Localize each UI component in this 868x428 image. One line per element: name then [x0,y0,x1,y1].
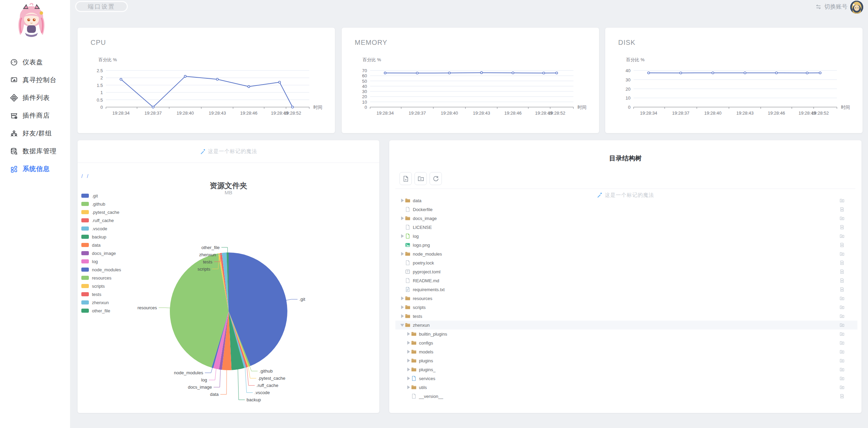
action-file-icon[interactable] [840,260,844,265]
action-folder-icon[interactable] [840,367,844,372]
svg-text:70: 70 [362,68,367,73]
tree-node-label: plugins_ [419,367,435,372]
tree-row-Dockerfile[interactable]: Dockerfile [395,205,857,214]
action-file-icon[interactable] [840,225,844,230]
tree-row-configs[interactable]: configs [395,338,857,347]
tree-row-services[interactable]: services [395,374,857,383]
tree-row-plugins[interactable]: plugins [395,356,857,365]
caret-right-icon[interactable] [406,358,411,363]
svg-text:60: 60 [362,73,367,78]
tree-row-scripts[interactable]: scripts [395,303,857,312]
tree-row-node_modules[interactable]: node_modules [395,249,857,258]
svg-text:30: 30 [362,89,367,94]
caret-right-icon[interactable] [406,367,411,372]
file-icon [405,260,410,265]
sidebar-item-数据库管理[interactable]: 数据库管理 [0,142,70,160]
tree-row-builtin_plugins[interactable]: builtin_plugins [395,329,857,338]
caret-down-icon[interactable] [399,322,405,328]
caret-right-icon[interactable] [406,349,411,354]
tree-row-logo.png[interactable]: logo.png [395,241,857,249]
pie-card-header: 这是一个标记的魔法 [78,140,379,163]
tree-row-pyproject.toml[interactable]: T pyproject.toml [395,267,857,276]
cpu-line-chart[interactable]: 00.511.522.5百分比 %19:28:3419:28:3719:28:4… [78,28,335,133]
action-folder-icon[interactable] [840,323,844,327]
caret-right-icon[interactable] [406,340,411,346]
action-folder-icon[interactable] [840,358,844,363]
action-file-icon[interactable] [840,278,844,283]
file-text-icon [405,287,410,292]
caret-right-icon[interactable] [406,376,411,381]
action-folder-icon[interactable] [840,305,844,310]
action-file-icon[interactable] [840,243,844,247]
svg-text:1.5: 1.5 [97,83,103,88]
svg-text:时间: 时间 [841,105,850,110]
sidebar-item-系统信息[interactable]: 系统信息 [0,160,70,178]
switch-account-button[interactable]: 切换账号 [815,3,847,11]
tree-row-zhenxun[interactable]: zhenxun [395,321,857,329]
caret-right-icon[interactable] [399,251,405,257]
tree-row-LICENSE[interactable]: LICENSE [395,223,857,232]
sidebar-item-插件列表[interactable]: 插件列表 [0,89,70,107]
action-folder-icon[interactable] [840,198,844,203]
refresh-button[interactable] [430,172,442,185]
magic-wand-icon [597,192,603,198]
tree-node-label: docs_image [413,216,437,221]
svg-text:40: 40 [362,84,367,89]
tree-row-docs_image[interactable]: docs_image [395,214,857,223]
action-folder-icon[interactable] [840,216,844,221]
tree-row-requirements.txt[interactable]: requirements.txt [395,285,857,294]
folder-icon [411,367,417,372]
action-folder-icon[interactable] [840,332,844,336]
caret-right-icon[interactable] [399,296,405,301]
action-folder-icon[interactable] [840,385,844,390]
tree-row-README.md[interactable]: README.md [395,276,857,285]
memory-line-chart[interactable]: 010203040506070百分比 %19:28:3419:28:3719:2… [342,28,599,133]
tree-row-__version__[interactable]: __version__ [395,392,857,401]
action-folder-icon[interactable] [840,376,844,381]
svg-text:百分比 %: 百分比 % [98,57,117,62]
action-folder-icon[interactable] [840,234,844,238]
tree-row-log[interactable]: log [395,232,857,241]
tree-row-tests[interactable]: tests [395,312,857,321]
tree-row-plugins_[interactable]: plugins_ [395,365,857,374]
tree-row-resources[interactable]: resources [395,294,857,303]
caret-right-icon[interactable] [399,198,405,203]
action-file-icon[interactable] [840,207,844,212]
disk-line-chart[interactable]: 010203040百分比 %19:28:3419:28:3719:28:4019… [605,28,863,133]
sidebar-item-插件商店[interactable]: 插件商店 [0,107,70,125]
sidebar-item-仪表盘[interactable]: 仪表盘 [0,53,70,71]
resource-pie-chart[interactable]: .git.github.pytest_cache.ruff_cache.vsco… [78,163,379,413]
sidebar-item-好友/群组[interactable]: 好友/群组 [0,125,70,142]
action-folder-icon[interactable] [840,349,844,354]
port-settings-button[interactable]: 端口设置 [75,1,128,12]
svg-text:scripts: scripts [198,267,211,272]
tree-indent [399,287,405,292]
action-folder-icon[interactable] [840,296,844,301]
user-avatar[interactable] [850,1,863,14]
sidebar-item-label: 好友/群组 [23,129,52,138]
caret-right-icon[interactable] [399,216,405,221]
caret-right-icon[interactable] [406,385,411,390]
caret-right-icon[interactable] [406,331,411,337]
tree-row-data[interactable]: data [395,198,857,205]
tree-row-poetry.lock[interactable]: poetry.lock [395,258,857,267]
action-file-icon[interactable] [840,394,844,399]
svg-text:百分比 %: 百分比 % [363,57,381,62]
caret-right-icon[interactable] [399,313,405,319]
svg-text:19:28:37: 19:28:37 [672,111,690,116]
new-folder-button[interactable] [415,172,427,185]
caret-right-icon[interactable] [399,233,405,239]
svg-text:backup: backup [247,397,261,402]
folder-icon [405,313,410,319]
tree-row-utils[interactable]: utils [395,383,857,392]
tree-row-models[interactable]: models [395,347,857,356]
action-folder-icon[interactable] [840,340,844,345]
sidebar-item-真寻控制台[interactable]: 真寻控制台 [0,71,70,89]
tree-node-label: utils [419,385,427,390]
new-file-button[interactable] [399,172,412,185]
action-file-icon[interactable] [840,269,844,274]
action-file-icon[interactable] [840,287,844,292]
action-folder-icon[interactable] [840,251,844,256]
action-folder-icon[interactable] [840,314,844,319]
caret-right-icon[interactable] [399,304,405,310]
